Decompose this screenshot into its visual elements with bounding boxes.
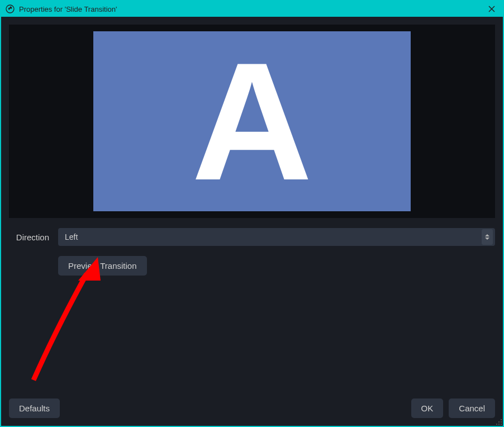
- preview-button-row: Preview Transition: [58, 256, 495, 276]
- dialog-footer: Defaults OK Cancel: [1, 398, 503, 426]
- preview-canvas: A: [93, 31, 411, 211]
- close-icon: [488, 6, 495, 12]
- close-button[interactable]: [485, 2, 498, 16]
- defaults-button[interactable]: Defaults: [9, 398, 60, 418]
- direction-label: Direction: [9, 233, 49, 242]
- direction-dropdown[interactable]: Left: [58, 228, 495, 246]
- titlebar[interactable]: Properties for 'Slide Transition': [1, 1, 503, 17]
- chevron-down-icon: [485, 238, 489, 240]
- properties-dialog: Properties for 'Slide Transition' A Dire…: [0, 0, 504, 427]
- preview-area: A: [9, 25, 495, 218]
- direction-value: Left: [65, 233, 482, 241]
- cancel-button[interactable]: Cancel: [449, 398, 495, 418]
- preview-transition-button[interactable]: Preview Transition: [58, 256, 147, 276]
- dropdown-spinner-icon: [482, 229, 493, 245]
- svg-point-0: [6, 5, 14, 13]
- ok-button[interactable]: OK: [411, 398, 444, 418]
- direction-row: Direction Left: [9, 228, 495, 246]
- chevron-up-icon: [485, 234, 489, 236]
- dialog-content: A Direction Left Preview Transition: [1, 17, 503, 398]
- preview-letter: A: [192, 37, 313, 205]
- obs-icon: [6, 4, 15, 13]
- window-title: Properties for 'Slide Transition': [19, 5, 481, 13]
